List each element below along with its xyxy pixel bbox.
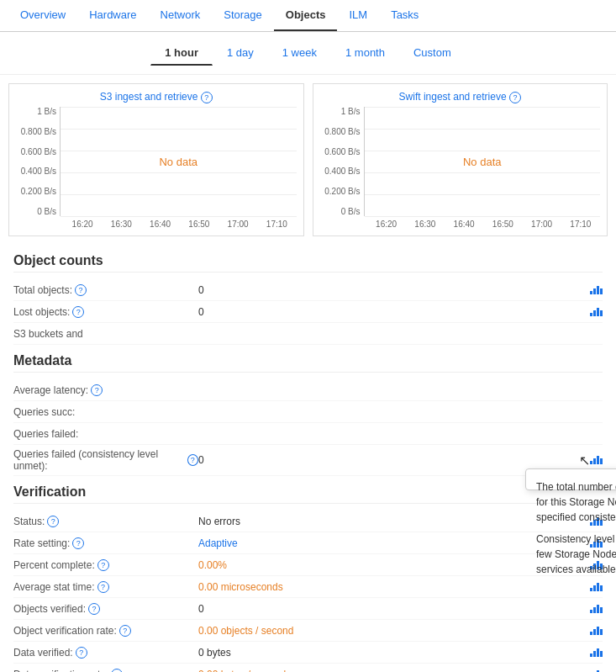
chart-title-0: S3 ingest and retrieve ? <box>16 91 297 103</box>
time-tab-custom[interactable]: Custom <box>399 40 466 66</box>
object-counts-label-1: Lost objects:? <box>13 306 198 318</box>
x-axis-1: 16:2016:3016:4016:5017:0017:10 <box>320 220 601 229</box>
verification-label-5: Object verification rate:? <box>13 625 198 637</box>
tooltip-para1: The total number of metadata store queri… <box>536 479 616 525</box>
object-counts-value-0: 0 <box>198 284 590 296</box>
verification-value-2: 0.00% <box>198 559 590 571</box>
verification-row-4: Objects verified:?0 <box>13 598 603 620</box>
time-tab-1-hour[interactable]: 1 hour <box>150 40 213 66</box>
object-counts-help-0[interactable]: ? <box>75 284 87 296</box>
object-counts-help-1[interactable]: ? <box>72 306 84 318</box>
nav-item-storage[interactable]: Storage <box>212 0 274 31</box>
metadata-label-2: Queries failed: <box>13 428 198 440</box>
metadata-value-3: 0 <box>198 454 576 466</box>
object-counts-label-0: Total objects:? <box>13 284 198 296</box>
chart-title-1: Swift ingest and retrieve ? <box>320 91 601 103</box>
verification-help-3[interactable]: ? <box>97 581 109 593</box>
chart-area-1: No data <box>364 107 601 216</box>
metadata-chart-3[interactable] <box>590 456 603 464</box>
verification-chart-3[interactable] <box>590 583 603 591</box>
verification-chart-4[interactable] <box>590 605 603 613</box>
metadata-label-3: Queries failed (consistency level unmet)… <box>13 448 198 472</box>
verification-value-3: 0.00 microseconds <box>198 581 590 593</box>
no-data-label-0: No data <box>159 156 197 168</box>
nav-item-tasks[interactable]: Tasks <box>379 0 430 31</box>
tooltip-para2: Consistency level failures occur when to… <box>536 532 616 577</box>
verification-value-6: 0 bytes <box>198 647 590 659</box>
metadata-help-0[interactable]: ? <box>91 384 103 396</box>
charts-row: S3 ingest and retrieve ?1 B/s0.800 B/s0.… <box>0 75 616 245</box>
object-counts-row-2: S3 buckets and <box>13 323 603 345</box>
verification-chart-5[interactable] <box>590 627 603 635</box>
verification-value-7: 0.00 bytes / second <box>198 669 590 673</box>
verification-section: Verification Status:?No errorsRate setti… <box>0 484 616 672</box>
time-tab-1-week[interactable]: 1 week <box>268 40 331 66</box>
chart-box-1: Swift ingest and retrieve ?1 B/s0.800 B/… <box>313 83 608 236</box>
object-counts-title: Object counts <box>13 253 603 273</box>
verification-value-5: 0.00 objects / second <box>198 625 590 637</box>
verification-value-4: 0 <box>198 603 590 615</box>
metadata-label-1: Queries succ: <box>13 406 198 418</box>
verification-label-6: Data verified:? <box>13 647 198 659</box>
object-counts-chart-1[interactable] <box>590 308 603 316</box>
verification-help-1[interactable]: ? <box>72 537 84 549</box>
verification-row-3: Average stat time:?0.00 microseconds <box>13 576 603 598</box>
verification-help-5[interactable]: ? <box>119 625 131 637</box>
metadata-section: Metadata Average latency:?Queries succ:Q… <box>0 353 616 484</box>
metadata-help-3[interactable]: ? <box>187 454 198 466</box>
y-axis-1: 1 B/s0.800 B/s0.600 B/s0.400 B/s0.200 B/… <box>320 107 364 216</box>
nav-item-hardware[interactable]: Hardware <box>77 0 148 31</box>
metadata-row-1: Queries succ: <box>13 401 603 423</box>
nav-item-overview[interactable]: Overview <box>8 0 77 31</box>
nav-item-ilm[interactable]: ILM <box>337 0 379 31</box>
verification-help-2[interactable]: ? <box>97 559 109 571</box>
verification-value-0: No errors <box>198 516 590 527</box>
verification-chart-6[interactable] <box>590 648 603 657</box>
object-counts-label-2: S3 buckets and <box>13 328 198 340</box>
verification-help-7[interactable]: ? <box>111 669 123 673</box>
verification-row-1: Rate setting:?Adaptive <box>13 532 603 554</box>
metadata-row-3: Queries failed (consistency level unmet)… <box>13 445 603 476</box>
verification-row-0: Status:?No errors <box>13 511 603 532</box>
object-counts-chart-0[interactable] <box>590 286 603 294</box>
object-counts-section: Object counts Total objects:?0Lost objec… <box>0 245 616 353</box>
chart-box-0: S3 ingest and retrieve ?1 B/s0.800 B/s0.… <box>8 83 304 236</box>
verification-label-0: Status:? <box>13 516 198 527</box>
y-axis-0: 1 B/s0.800 B/s0.600 B/s0.400 B/s0.200 B/… <box>16 107 60 216</box>
nav-item-objects[interactable]: Objects <box>274 0 338 31</box>
chart-help-1[interactable]: ? <box>509 92 521 103</box>
time-tab-1-day[interactable]: 1 day <box>213 40 268 66</box>
verification-label-7: Data verification rate:? <box>13 669 198 673</box>
verification-label-4: Objects verified:? <box>13 603 198 615</box>
chart-help-0[interactable]: ? <box>201 92 213 103</box>
verification-help-6[interactable]: ? <box>76 647 87 659</box>
tooltip-box: The total number of metadata store queri… <box>525 468 616 490</box>
verification-row-7: Data verification rate:?0.00 bytes / sec… <box>13 664 603 672</box>
verification-row-6: Data verified:?0 bytes <box>13 642 603 664</box>
no-data-label-1: No data <box>463 156 502 168</box>
verification-label-1: Rate setting:? <box>13 537 198 549</box>
top-nav: OverviewHardwareNetworkStorageObjectsILM… <box>0 0 616 32</box>
time-tabs: 1 hour1 day1 week1 monthCustom <box>0 32 616 75</box>
verification-row-5: Object verification rate:?0.00 objects /… <box>13 620 603 642</box>
verification-title: Verification <box>13 484 603 504</box>
verification-value-1: Adaptive <box>198 537 590 549</box>
object-counts-row-0: Total objects:?0 <box>13 279 603 301</box>
verification-help-0[interactable]: ? <box>47 516 59 527</box>
verification-label-2: Percent complete:? <box>13 559 198 571</box>
object-counts-value-1: 0 <box>198 306 590 318</box>
verification-label-3: Average stat time:? <box>13 581 198 593</box>
verification-help-4[interactable]: ? <box>88 603 100 615</box>
object-counts-row-1: Lost objects:?0 <box>13 301 603 323</box>
chart-area-0: No data <box>60 107 297 216</box>
verification-row-2: Percent complete:?0.00% <box>13 554 603 576</box>
cursor-icon: ↖ <box>579 452 590 468</box>
metadata-title: Metadata <box>13 353 603 373</box>
metadata-row-0: Average latency:? <box>13 379 603 401</box>
metadata-row-2: Queries failed: <box>13 423 603 445</box>
time-tab-1-month[interactable]: 1 month <box>331 40 399 66</box>
metadata-label-0: Average latency:? <box>13 384 198 396</box>
nav-item-network[interactable]: Network <box>149 0 213 31</box>
x-axis-0: 16:2016:3016:4016:5017:0017:10 <box>16 220 297 229</box>
